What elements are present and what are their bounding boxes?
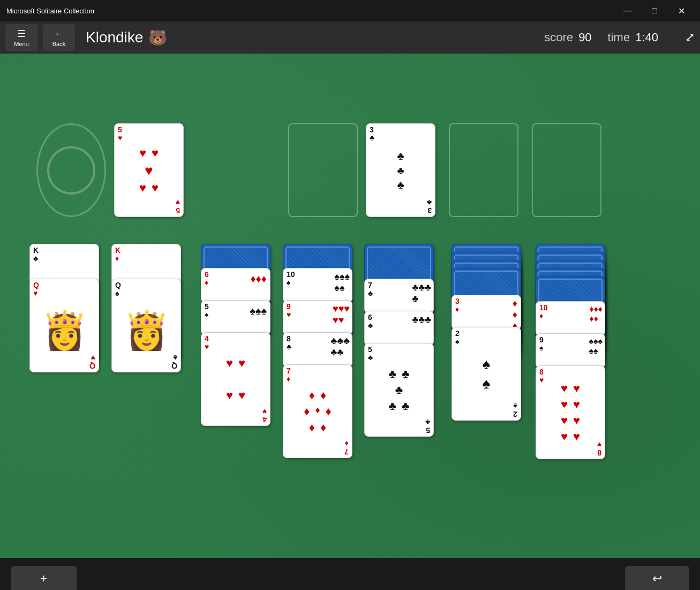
card-bottom-label: Q♠	[171, 353, 177, 370]
app-title: Microsoft Solitaire Collection	[6, 7, 94, 15]
time-value: 1:40	[635, 31, 658, 44]
card-pips: ♥♥ ♥♥	[226, 356, 245, 402]
undo-button[interactable]: ↩ Undo	[625, 566, 689, 590]
card-top-label: 10♠	[287, 271, 295, 287]
card-top-label: 9♥	[287, 303, 291, 319]
waste-card-5h[interactable]: 5♥ ♥♥ ♥ ♥♥ 5♥	[114, 123, 184, 217]
score-label: score	[544, 31, 573, 44]
card-bottom-label: 5♣	[425, 417, 430, 434]
queen-face: 👸	[34, 293, 94, 368]
tableau-col5-2s[interactable]: 2♠ ♠ ♠ 2♠	[451, 327, 521, 421]
foundation-2-3c[interactable]: 3♣ ♣ ♣ ♣ 3♣	[366, 123, 435, 217]
tableau-col3-9h[interactable]: 9♥ ♥♥♥♥♥	[283, 300, 352, 335]
card-top-label: 6♣	[368, 313, 373, 330]
undo-icon: ↩	[652, 572, 662, 586]
card-pips: ♠ ♠	[483, 356, 491, 392]
tableau-col2-5s[interactable]: 5♠ ♠♠♠	[201, 300, 270, 335]
card-top-label: 4♥	[205, 335, 209, 352]
minimize-button[interactable]: —	[615, 3, 640, 19]
bear-icon: 🐻	[148, 29, 167, 47]
tableau-col2-6d[interactable]: 6♦ ♦♦♦	[201, 268, 270, 303]
tableau-col2-4h[interactable]: 4♥ ♥♥ ♥♥ 4♥	[201, 332, 270, 426]
score-area: score 90 time 1:40 ⤢	[544, 31, 695, 44]
game-title-area: Klondike 🐻	[86, 29, 167, 47]
card-top-label: 8♣	[287, 335, 291, 352]
tableau-col3-8c[interactable]: 8♣ ♣♣♣♣♣	[283, 332, 352, 367]
nav-bar: ☰ Menu ← Back Klondike 🐻 score 90 time 1…	[0, 21, 700, 54]
card-top-label: 10♦	[539, 304, 548, 320]
card-bottom-label: 4♥	[262, 407, 267, 423]
card-top-label: 7♣	[368, 281, 373, 298]
fullscreen-button[interactable]: ⤢	[685, 31, 695, 44]
stock-empty-circle	[47, 146, 95, 195]
bottom-bar: + New Game ↩ Undo	[0, 558, 700, 590]
title-bar-left: Microsoft Solitaire Collection	[6, 7, 94, 15]
tableau-col4-6c[interactable]: 6♣ ♣♣♣	[364, 311, 434, 346]
time-label: time	[608, 31, 630, 44]
back-button[interactable]: ← Back	[43, 24, 75, 51]
foundation-4[interactable]	[532, 123, 601, 217]
close-button[interactable]: ✕	[669, 3, 694, 19]
score-value: 90	[578, 31, 591, 44]
card-pips: ♣ ♣ ♣	[397, 150, 404, 191]
card-pips: ♣♣ ♣ ♣♣	[389, 367, 410, 413]
card-pips: ♦♦ ♦♦♦ ♦♦	[304, 389, 332, 435]
stock-pile[interactable]	[36, 123, 106, 217]
tableau-col3-7d[interactable]: 7♦ ♦♦ ♦♦♦ ♦♦ 7♦	[283, 364, 352, 458]
card-bottom-label: 8♥	[597, 440, 601, 457]
title-bar: Microsoft Solitaire Collection — □ ✕	[0, 0, 700, 21]
tableau-col3-10s[interactable]: 10♠ ♠♠♠♠♠	[283, 268, 352, 303]
game-name: Klondike	[86, 29, 143, 46]
card-pips: ♥♥ ♥♥ ♥♥ ♥♥	[561, 382, 580, 444]
maximize-button[interactable]: □	[642, 3, 667, 19]
tableau-col6-9s[interactable]: 9♠ ♠♠♠♠♠	[536, 333, 605, 368]
card-top-label: 8♥	[539, 368, 544, 385]
queen-face: 👸	[116, 293, 176, 368]
card-top-label: 2♠	[455, 330, 460, 346]
card-bottom-label: 7♦	[344, 439, 349, 455]
card-top-label: 3♦	[455, 297, 460, 314]
tableau-col6-8h[interactable]: 8♥ ♥♥ ♥♥ ♥♥ ♥♥ 8♥	[536, 365, 605, 459]
tableau-col4-bottom[interactable]: 5♣ ♣♣ ♣ ♣♣ 5♣	[364, 343, 434, 437]
menu-button[interactable]: ☰ Menu	[5, 24, 37, 51]
tableau-col0-qh[interactable]: Q♥ 👸 Q♥	[29, 279, 99, 372]
tableau-col1-qs[interactable]: Q♠ 👸 Q♠	[111, 279, 181, 372]
foundation-1[interactable]	[288, 123, 358, 217]
card-bottom-label: 2♠	[513, 401, 517, 418]
foundation-3[interactable]	[449, 123, 518, 217]
card-top-label: 5♠	[205, 303, 209, 319]
score-display: score 90	[544, 31, 591, 44]
back-icon: ←	[54, 28, 64, 40]
card-bottom-label: 3♣	[427, 198, 432, 214]
back-label: Back	[52, 41, 65, 47]
game-area: 5♥ ♥♥ ♥ ♥♥ 5♥ 3♣ ♣ ♣ ♣ 3♣ K♣ 👑 Q♥ 👸 Q♥	[0, 54, 700, 558]
card-top-label: 5♥	[118, 126, 122, 143]
plus-icon: +	[40, 572, 47, 586]
card-top-label: 6♦	[205, 271, 209, 287]
tableau-col4-7c[interactable]: 7♣ ♣♣♣♣	[364, 279, 434, 313]
card-top-label: 5♣	[368, 346, 373, 362]
card-top-label: 7♦	[287, 367, 291, 384]
card-bottom-label: Q♥	[89, 353, 95, 370]
menu-label: Menu	[14, 41, 29, 47]
card-top-label: 9♠	[539, 336, 544, 353]
card-top-label: 3♣	[370, 126, 374, 143]
hamburger-icon: ☰	[17, 28, 26, 40]
new-game-button[interactable]: + New Game	[11, 566, 77, 590]
time-display: time 1:40	[608, 31, 658, 44]
title-bar-controls: — □ ✕	[615, 3, 694, 19]
card-pips: ♥♥ ♥ ♥♥	[139, 146, 159, 195]
card-bottom-label: 5♥	[176, 198, 180, 214]
tableau-col5-3d[interactable]: 3♦ ♦♦♦	[451, 295, 521, 330]
tableau-col6-10d[interactable]: 10♦ ♦♦♦♦♦	[536, 301, 605, 336]
